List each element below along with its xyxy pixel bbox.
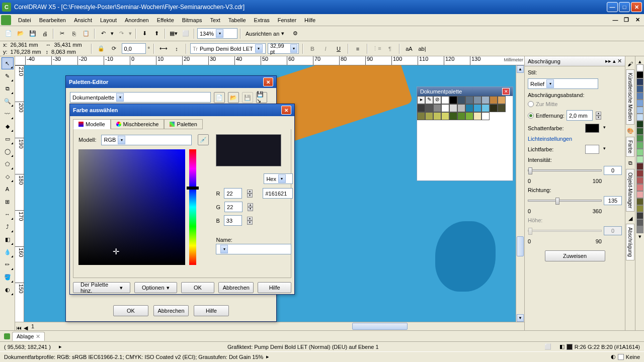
intens-slider[interactable] (528, 169, 602, 171)
doc-palette-swatch[interactable] (465, 96, 473, 104)
palette-swatch[interactable] (636, 198, 643, 205)
connector-tool[interactable]: ⤴ (2, 221, 14, 233)
undo-drop-button[interactable]: ▾ (110, 28, 115, 39)
lock-ratio-button[interactable]: 🔒 (96, 43, 107, 54)
scrollbar-vertical[interactable]: ▲ ▼ (516, 65, 524, 322)
hue-slider[interactable] (189, 149, 196, 265)
interactive-tool[interactable]: ◧ (2, 233, 14, 245)
edit-text-button[interactable]: ab| (417, 43, 428, 54)
palette-tool-button[interactable]: ▸ (417, 96, 425, 104)
doc-palette-swatch[interactable] (433, 112, 441, 120)
w-field[interactable]: 35,431 mm (52, 42, 88, 49)
palette-open-button[interactable]: 📂 (228, 92, 239, 103)
vtab-kuenstlerische[interactable]: Künstlerische Medien (626, 69, 634, 125)
crop-tool[interactable]: ⧉ (2, 82, 14, 95)
entfernung-field[interactable]: 2,0 mm (567, 110, 593, 121)
import-button[interactable]: ⬇ (139, 28, 150, 39)
menu-bearbeiten[interactable]: Bearbeiten (35, 16, 70, 25)
doc-palette-swatch[interactable] (481, 104, 490, 112)
interactive-fill-tool[interactable]: ◐ (2, 284, 14, 296)
docker-bevel-icon[interactable]: ◢ (625, 213, 636, 224)
ruler-horizontal[interactable]: Millimeter -40-30-20-1001020304050607080… (15, 56, 524, 65)
palette-swatch[interactable] (636, 71, 643, 78)
palette-swatch[interactable] (636, 184, 643, 191)
menu-ansicht[interactable]: Ansicht (70, 16, 96, 25)
licht-link[interactable]: Lichteinstellungen (528, 136, 622, 142)
mirror-v-button[interactable]: ↕ (171, 43, 182, 54)
palette-swatch[interactable] (636, 85, 643, 93)
cd-help-button[interactable]: Hilfe (258, 282, 291, 293)
menu-layout[interactable]: Layout (96, 16, 121, 25)
doc-palette-swatch[interactable] (441, 112, 449, 120)
fill-tool[interactable]: 🪣 (2, 271, 14, 283)
doc-palette-close-button[interactable]: ✕ (502, 88, 510, 95)
vtab-objekt[interactable]: Objekt-Manager (626, 169, 634, 212)
doc-palette-swatch[interactable] (417, 112, 425, 120)
palette-scroll-down[interactable]: ▾ (634, 233, 645, 239)
doc-palette-swatch[interactable] (473, 104, 481, 112)
doc-palette-swatch[interactable] (449, 104, 457, 112)
shape-tool[interactable]: ✎ (2, 70, 14, 82)
schatten-color-button[interactable] (585, 124, 599, 133)
doc-palette-swatch[interactable] (473, 112, 481, 120)
menu-hilfe[interactable]: Hilfe (300, 16, 319, 25)
cd-cancel-button[interactable]: Abbrechen (218, 282, 254, 293)
palette-editor-close-button[interactable]: ✕ (263, 77, 273, 86)
hue-handle[interactable] (187, 187, 199, 190)
ellipse-tool[interactable]: ◯ (2, 145, 14, 157)
open-button[interactable]: 📂 (15, 28, 26, 39)
color-select-dialog[interactable]: Farbe auswählen✕ Modelle Mischbereiche P… (69, 104, 295, 295)
cd-ok-button[interactable]: OK (181, 282, 215, 293)
paste-button[interactable]: 📋 (80, 28, 92, 39)
mdi-restore-button[interactable]: ❐ (621, 15, 632, 25)
b-field[interactable]: 33 (224, 215, 242, 226)
vtab-farbe[interactable]: Farbe (626, 137, 634, 157)
doc-palette-swatch[interactable] (441, 96, 449, 104)
palette-tool-button[interactable]: ✎ (425, 96, 433, 104)
font-size-combo[interactable]: 32,99 pt▾ (268, 43, 299, 54)
doc-palette-swatch[interactable] (449, 96, 457, 104)
doc-palette-swatch[interactable] (498, 96, 506, 104)
freehand-tool[interactable]: 〰 (2, 108, 14, 120)
menu-text[interactable]: Text (206, 16, 224, 25)
align-button[interactable]: ≡ (352, 43, 363, 54)
redo-drop-button[interactable]: ▾ (128, 28, 133, 39)
scroll-down-button[interactable]: ▼ (517, 314, 524, 322)
eyedropper-tool[interactable]: 💧 (2, 246, 14, 258)
color-name-combo[interactable]: ▾ (216, 244, 291, 254)
palette-swatch[interactable] (636, 64, 643, 71)
bullets-button[interactable]: ⋮≡ (371, 43, 382, 54)
print-button[interactable]: 🖨 (39, 28, 50, 39)
underline-button[interactable]: U (333, 43, 344, 54)
export-button[interactable]: ⬆ (151, 28, 162, 39)
basic-shapes-tool[interactable]: ◇ (2, 170, 14, 183)
eyedropper-button[interactable]: 💉 (198, 134, 209, 145)
palette-swatch[interactable] (636, 142, 643, 149)
welcome-button[interactable]: ⬜ (180, 28, 191, 39)
polygon-tool[interactable]: ⬠ (2, 158, 14, 170)
richt-slider[interactable] (528, 200, 602, 202)
palette-swatch[interactable] (636, 177, 643, 184)
palette-swatch[interactable] (636, 170, 643, 177)
tab-paletten[interactable]: Paletten (164, 119, 202, 129)
zuweisen-button[interactable]: Zuweisen (545, 250, 605, 261)
r-field[interactable]: 22 (224, 188, 242, 199)
menu-tabelle[interactable]: Tabelle (224, 16, 250, 25)
new-button[interactable]: 📄 (3, 28, 14, 39)
zoom-combo[interactable]: 134%▾ (197, 28, 237, 39)
char-format-button[interactable]: aA (404, 43, 415, 54)
menu-effekte[interactable]: Effekte (153, 16, 178, 25)
palette-swatch[interactable] (636, 226, 643, 233)
scrollbar-horizontal[interactable]: ⏮◀1 (15, 322, 524, 330)
tab-modelle[interactable]: Modelle (73, 119, 111, 129)
palette-swatch[interactable] (636, 135, 643, 142)
docker-color-icon[interactable]: 🎨 (625, 126, 636, 137)
dropcap-button[interactable]: ¶ (384, 43, 395, 54)
palette-swatch[interactable] (636, 93, 643, 100)
mirror-h-button[interactable]: ⟷ (158, 43, 169, 54)
menu-bitmaps[interactable]: Bitmaps (178, 16, 206, 25)
stil-combo[interactable]: Relief▾ (528, 78, 598, 89)
undo-button[interactable]: ↶ (98, 28, 109, 39)
doc-palette-swatch[interactable] (433, 104, 441, 112)
h-field[interactable]: 8,063 mm (49, 49, 85, 56)
